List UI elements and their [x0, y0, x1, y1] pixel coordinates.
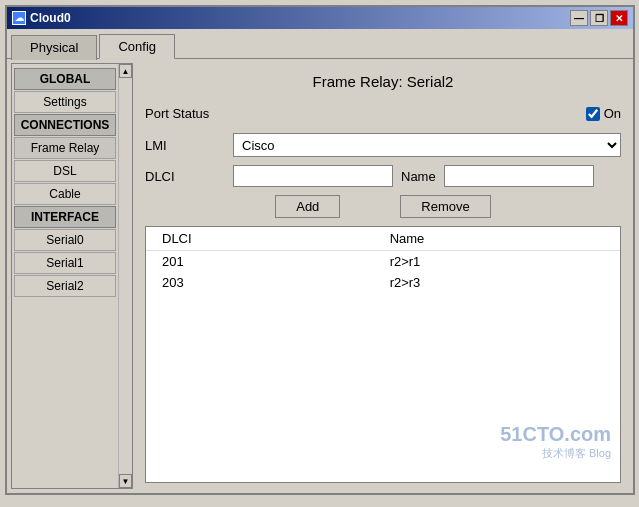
minimize-button[interactable]: —: [570, 10, 588, 26]
add-button[interactable]: Add: [275, 195, 340, 218]
tab-physical[interactable]: Physical: [11, 35, 97, 60]
lmi-row: LMI Cisco ANSI Q933A: [145, 133, 621, 157]
name-input[interactable]: [444, 165, 594, 187]
scroll-down-button[interactable]: ▼: [119, 474, 132, 488]
table-header-row: DLCI Name: [146, 227, 620, 251]
dlci-label: DLCI: [145, 169, 225, 184]
lmi-label: LMI: [145, 138, 225, 153]
dlci-name-row: DLCI Name: [145, 165, 621, 187]
port-status-checkbox-group: On: [586, 106, 621, 121]
remove-button[interactable]: Remove: [400, 195, 490, 218]
title-bar: ☁ Cloud0 — ❐ ✕: [7, 7, 633, 29]
close-button[interactable]: ✕: [610, 10, 628, 26]
sidebar-section-global: GLOBAL: [14, 68, 116, 90]
port-status-row: Port Status On: [145, 102, 621, 125]
sidebar-item-serial1[interactable]: Serial1: [14, 252, 116, 274]
right-panel: Frame Relay: Serial2 Port Status On LMI …: [137, 63, 629, 489]
table-row[interactable]: 201r2>r1: [146, 251, 620, 273]
window-title: Cloud0: [30, 11, 71, 25]
main-content: GLOBAL Settings CONNECTIONS Frame Relay …: [7, 59, 633, 493]
watermark-sub: 技术博客 Blog: [500, 446, 611, 461]
port-status-label: Port Status: [145, 106, 225, 121]
sidebar-item-serial2[interactable]: Serial2: [14, 275, 116, 297]
action-button-row: Add Remove: [145, 195, 621, 218]
panel-title: Frame Relay: Serial2: [145, 69, 621, 94]
table-cell-name: r2>r3: [374, 272, 620, 293]
sidebar-item-frame-relay[interactable]: Frame Relay: [14, 137, 116, 159]
col-header-dlci: DLCI: [146, 227, 374, 251]
sidebar: GLOBAL Settings CONNECTIONS Frame Relay …: [12, 64, 118, 488]
title-bar-left: ☁ Cloud0: [12, 11, 71, 25]
tab-bar: Physical Config: [7, 29, 633, 59]
window-icon: ☁: [12, 11, 26, 25]
sidebar-wrapper: GLOBAL Settings CONNECTIONS Frame Relay …: [11, 63, 133, 489]
table-cell-dlci: 201: [146, 251, 374, 273]
sidebar-item-dsl[interactable]: DSL: [14, 160, 116, 182]
table-row[interactable]: 203r2>r3: [146, 272, 620, 293]
tab-config[interactable]: Config: [99, 34, 175, 59]
dlci-table: DLCI Name 201r2>r1203r2>r3: [146, 227, 620, 293]
table-cell-name: r2>r1: [374, 251, 620, 273]
sidebar-item-settings[interactable]: Settings: [14, 91, 116, 113]
sidebar-item-serial0[interactable]: Serial0: [14, 229, 116, 251]
lmi-select[interactable]: Cisco ANSI Q933A: [233, 133, 621, 157]
restore-button[interactable]: ❐: [590, 10, 608, 26]
name-label: Name: [401, 169, 436, 184]
table-cell-dlci: 203: [146, 272, 374, 293]
watermark: 51CTO.com 技术博客 Blog: [500, 423, 611, 461]
main-window: ☁ Cloud0 — ❐ ✕ Physical Config GLOBAL: [5, 5, 635, 495]
dlci-input[interactable]: [233, 165, 393, 187]
scroll-track-area: [119, 78, 132, 474]
scroll-up-button[interactable]: ▲: [119, 64, 132, 78]
on-label: On: [604, 106, 621, 121]
sidebar-item-cable[interactable]: Cable: [14, 183, 116, 205]
sidebar-scrollbar: ▲ ▼: [118, 64, 132, 488]
window-controls: — ❐ ✕: [570, 10, 628, 26]
col-header-name: Name: [374, 227, 620, 251]
watermark-main: 51CTO.com: [500, 423, 611, 446]
sidebar-section-interface: INTERFACE: [14, 206, 116, 228]
port-status-checkbox[interactable]: [586, 107, 600, 121]
sidebar-section-connections: CONNECTIONS: [14, 114, 116, 136]
table-body: 201r2>r1203r2>r3: [146, 251, 620, 294]
